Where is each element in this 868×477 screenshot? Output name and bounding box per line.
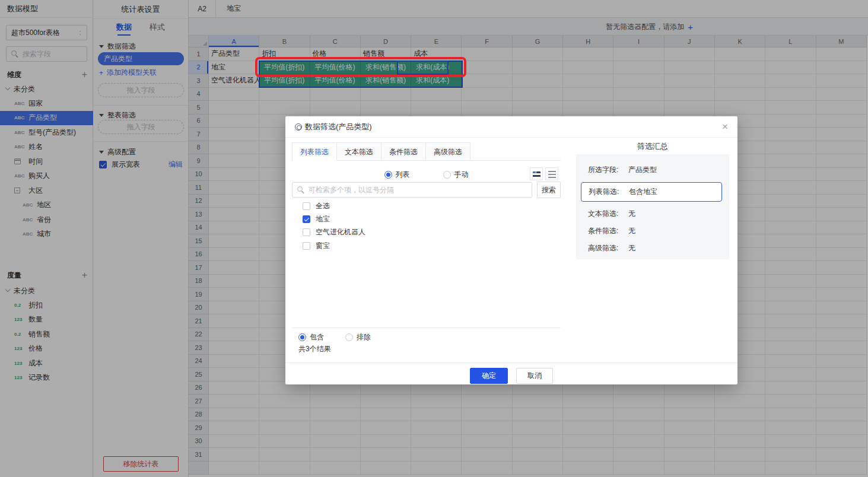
summary-label: 所选字段: <box>588 165 622 175</box>
filter-summary-box: 所选字段:产品类型列表筛选:包含地宝文本筛选:无条件筛选:无高级筛选:无 <box>576 154 729 259</box>
checkbox-icon[interactable] <box>303 202 310 210</box>
radio-排除[interactable]: 排除 <box>345 332 371 342</box>
summary-row: 列表筛选:包含地宝 <box>581 182 722 202</box>
dialog-tabs: 列表筛选文本筛选条件筛选高级筛选 <box>292 142 470 161</box>
dialog-header: 数据筛选(产品类型) × <box>285 116 737 138</box>
radio-icon <box>443 171 451 179</box>
dialog-search-box[interactable] <box>292 182 532 198</box>
dialog-search-input[interactable] <box>309 186 527 194</box>
radio-icon <box>384 171 392 179</box>
dialog-tab-列表筛选[interactable]: 列表筛选 <box>292 142 337 161</box>
summary-row: 所选字段:产品类型 <box>576 165 729 175</box>
option-label: 窗宝 <box>316 241 330 251</box>
checkbox-icon[interactable] <box>303 242 310 250</box>
radio-列表[interactable]: 列表 <box>384 170 410 180</box>
divider <box>285 362 737 363</box>
checkbox-icon[interactable] <box>303 228 310 236</box>
mode-radio-group: 列表手动 <box>292 168 561 180</box>
summary-row: 条件筛选:无 <box>576 226 729 236</box>
cancel-button[interactable]: 取消 <box>516 368 553 384</box>
list-option-地宝[interactable]: 地宝 <box>303 212 552 225</box>
dialog-tab-高级筛选[interactable]: 高级筛选 <box>425 142 470 161</box>
radio-手动[interactable]: 手动 <box>443 170 469 180</box>
summary-value: 无 <box>628 209 635 219</box>
divider <box>292 327 561 328</box>
radio-label: 排除 <box>357 332 371 342</box>
sort-bars-icon[interactable] <box>530 167 543 180</box>
list-option-窗宝[interactable]: 窗宝 <box>303 239 552 252</box>
summary-value: 无 <box>628 226 635 236</box>
summary-row: 文本筛选:无 <box>576 209 729 219</box>
radio-label: 列表 <box>396 170 410 180</box>
radio-label: 包含 <box>310 332 324 342</box>
search-button[interactable]: 搜索 <box>537 182 561 198</box>
option-label: 地宝 <box>316 214 330 224</box>
include-radio-group: 包含排除 <box>298 331 371 343</box>
radio-包含[interactable]: 包含 <box>298 332 324 342</box>
view-icons <box>530 167 558 180</box>
dialog-footer: 确定 取消 <box>285 368 737 384</box>
summary-value: 包含地宝 <box>629 187 657 197</box>
summary-value: 无 <box>628 243 635 253</box>
summary-label: 高级筛选: <box>588 243 622 253</box>
close-icon[interactable]: × <box>722 122 728 132</box>
summary-title: 筛选汇总 <box>576 141 729 152</box>
option-label: 空气进化机器人 <box>316 227 365 237</box>
radio-label: 手动 <box>454 170 469 180</box>
dialog-title: 数据筛选(产品类型) <box>305 122 372 132</box>
checkbox-icon[interactable] <box>303 215 310 223</box>
dialog-tab-条件筛选[interactable]: 条件筛选 <box>381 142 426 161</box>
list-view-icon[interactable] <box>545 167 558 180</box>
summary-label: 文本筛选: <box>588 209 622 219</box>
value-checkbox-list: 全选地宝空气进化机器人窗宝 <box>303 199 552 253</box>
search-icon <box>297 186 305 194</box>
filter-settings-icon <box>295 123 302 131</box>
summary-row: 高级筛选:无 <box>576 243 729 253</box>
option-label: 全选 <box>316 201 330 211</box>
summary-value: 产品类型 <box>628 165 657 175</box>
ok-button[interactable]: 确定 <box>470 368 508 384</box>
summary-label: 列表筛选: <box>589 187 623 197</box>
data-filter-dialog: 数据筛选(产品类型) × 列表筛选文本筛选条件筛选高级筛选 列表手动 搜索 全选… <box>285 116 737 384</box>
radio-icon <box>298 333 306 341</box>
dialog-tab-文本筛选[interactable]: 文本筛选 <box>336 142 381 161</box>
radio-icon <box>345 333 353 341</box>
result-count: 共3个结果 <box>298 344 331 354</box>
list-option-全选[interactable]: 全选 <box>303 199 552 212</box>
app-root: 数据模型 超市500for表格 : 维度 + 未分类 ABC国家ABC产品类型A… <box>0 0 868 477</box>
list-option-空气进化机器人[interactable]: 空气进化机器人 <box>303 226 552 239</box>
summary-label: 条件筛选: <box>588 226 622 236</box>
